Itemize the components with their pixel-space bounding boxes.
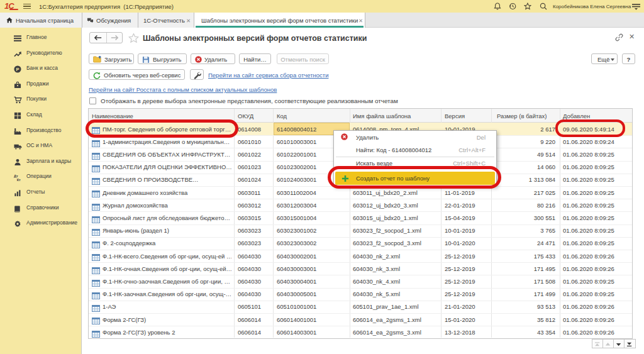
svg-text:Р: Р [16, 67, 19, 72]
svg-text:Кт: Кт [17, 178, 21, 181]
